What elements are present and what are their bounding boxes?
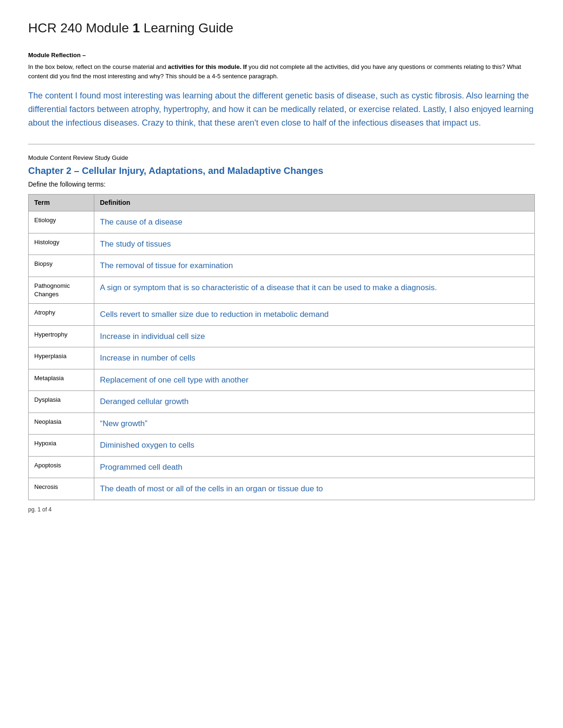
term-cell: Etiology [29, 211, 94, 233]
definition-cell: The death of most or all of the cells in… [94, 478, 535, 500]
table-row: HypertrophyIncrease in individual cell s… [29, 325, 535, 347]
term-cell: Dysplasia [29, 391, 94, 413]
definition-cell: Increase in individual cell size [94, 325, 535, 347]
definition-cell: The removal of tissue for examination [94, 255, 535, 277]
definition-cell: Replacement of one cell type with anothe… [94, 369, 535, 391]
term-cell: Hyperplasia [29, 347, 94, 369]
table-row: AtrophyCells revert to smaller size due … [29, 304, 535, 326]
definition-cell: Diminished oxygen to cells [94, 435, 535, 457]
chapter-title: Chapter 2 – Cellular Injury, Adaptations… [28, 164, 535, 177]
term-cell: Apoptosis [29, 456, 94, 478]
section-divider [28, 144, 535, 144]
term-cell: Histology [29, 233, 94, 255]
page-footer: pg. 1 of 4 [28, 506, 535, 514]
table-row: Neoplasia“New growth” [29, 413, 535, 435]
module-reflection-instructions: In the box below, reflect on the course … [28, 62, 535, 81]
col-term: Term [29, 194, 94, 211]
module-reflection-label: Module Reflection – [28, 51, 535, 60]
table-row: DysplasiaDeranged cellular growth [29, 391, 535, 413]
title-bold: 1 [133, 21, 140, 35]
table-row: EtiologyThe cause of a disease [29, 211, 535, 233]
definition-cell: Increase in number of cells [94, 347, 535, 369]
definition-cell: “New growth” [94, 413, 535, 435]
reflection-response: The content I found most interesting was… [28, 89, 535, 129]
table-row: HypoxiaDiminished oxygen to cells [29, 435, 535, 457]
module-reflection-section: Module Reflection – In the box below, re… [28, 51, 535, 130]
table-row: HistologyThe study of tissues [29, 233, 535, 255]
instructions-text: In the box below, reflect on the course … [28, 63, 521, 80]
table-row: ApoptosisProgrammed cell death [29, 456, 535, 478]
table-row: BiopsyThe removal of tissue for examinat… [29, 255, 535, 277]
table-row: MetaplasiaReplacement of one cell type w… [29, 369, 535, 391]
define-label: Define the following terms: [28, 180, 535, 189]
table-row: Pathognomic ChangesA sign or symptom tha… [29, 277, 535, 303]
term-cell: Metaplasia [29, 369, 94, 391]
term-cell: Pathognomic Changes [29, 277, 94, 303]
table-row: HyperplasiaIncrease in number of cells [29, 347, 535, 369]
terms-table: Term Definition EtiologyThe cause of a d… [28, 194, 535, 500]
page-title: HCR 240 Module 1 Learning Guide [28, 19, 535, 37]
definition-cell: Deranged cellular growth [94, 391, 535, 413]
table-row: NecrosisThe death of most or all of the … [29, 478, 535, 500]
col-definition: Definition [94, 194, 535, 211]
table-header-row: Term Definition [29, 194, 535, 211]
term-cell: Atrophy [29, 304, 94, 326]
term-cell: Necrosis [29, 478, 94, 500]
term-cell: Neoplasia [29, 413, 94, 435]
definition-cell: The cause of a disease [94, 211, 535, 233]
term-cell: Hypoxia [29, 435, 94, 457]
content-review-section: Module Content Review Study Guide Chapte… [28, 154, 535, 500]
definition-cell: A sign or symptom that is so characteris… [94, 277, 535, 303]
definition-cell: Cells revert to smaller size due to redu… [94, 304, 535, 326]
term-cell: Biopsy [29, 255, 94, 277]
definition-cell: The study of tissues [94, 233, 535, 255]
definition-cell: Programmed cell death [94, 456, 535, 478]
title-suffix: Learning Guide [140, 21, 233, 35]
term-cell: Hypertrophy [29, 325, 94, 347]
content-review-label: Module Content Review Study Guide [28, 154, 535, 162]
title-prefix: HCR 240 Module [28, 21, 133, 35]
